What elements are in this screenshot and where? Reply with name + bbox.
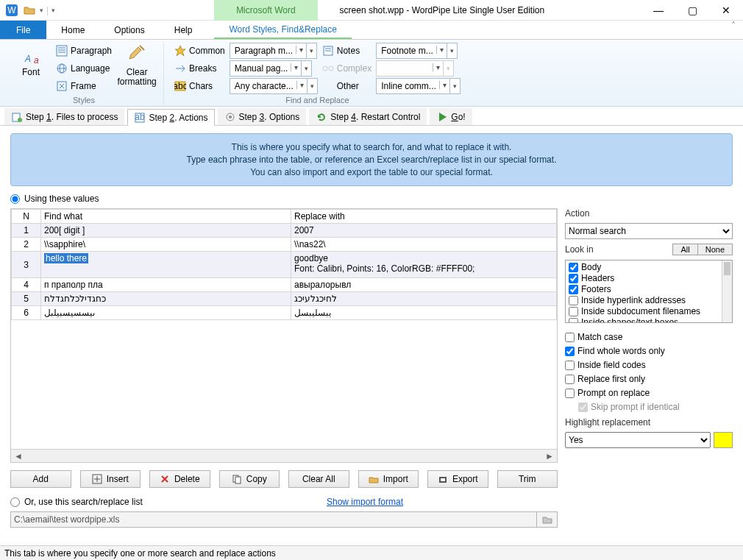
other-combo-drop[interactable]: ▾ (450, 78, 461, 94)
svg-point-20 (329, 66, 333, 71)
lookin-label: Look in (565, 244, 594, 255)
list-path-input[interactable] (10, 511, 537, 528)
complex-icon (322, 63, 334, 74)
app-icon: W (4, 3, 19, 18)
tab-help[interactable]: Help (160, 21, 207, 39)
qat-customize-icon[interactable]: ▾ (51, 7, 55, 14)
match-case-check[interactable]: Match case (565, 332, 733, 343)
insert-button[interactable]: Insert (80, 470, 141, 488)
trim-button[interactable]: Trim (497, 470, 558, 488)
lookin-scrollbar[interactable] (722, 260, 732, 322)
svg-text:ab: ab (135, 112, 146, 122)
prompt-replace-check[interactable]: Prompt on replace (565, 388, 733, 399)
maximize-button[interactable]: ▢ (675, 0, 709, 21)
field-codes-check[interactable]: Inside field codes (565, 360, 733, 371)
title-bar: W ▾ | ▾ Microsoft Word screen shot.wpp -… (0, 0, 743, 21)
chars-icon: abc (174, 80, 186, 92)
svg-rect-32 (235, 477, 241, 483)
lookin-none-button[interactable]: None (697, 244, 733, 255)
qat-dropdown-icon[interactable]: ▾ (40, 7, 43, 14)
clear-formatting-button[interactable]: Clearformatting (116, 43, 157, 88)
tab-options[interactable]: Options (99, 21, 159, 39)
chars-combo-drop[interactable]: ▾ (307, 78, 318, 94)
ribbon: Aa Font Paragraph Language Frame Clearfo… (0, 40, 743, 107)
clearall-button[interactable]: Clear All (288, 470, 349, 488)
import-button[interactable]: Import (358, 470, 419, 488)
close-button[interactable]: ✕ (709, 0, 743, 21)
step2-tab[interactable]: abStep 2. Actions (127, 109, 214, 126)
open-icon[interactable] (22, 3, 37, 18)
whole-words-check[interactable]: Find whole words only (565, 346, 733, 357)
notes-combo[interactable]: Footnote m... (376, 43, 447, 59)
language-button[interactable]: Language (56, 60, 112, 77)
svg-text:A: A (24, 54, 31, 64)
using-values-radio[interactable]: Using these values (10, 194, 733, 204)
svg-rect-4 (57, 46, 67, 56)
add-button[interactable]: Add (10, 470, 71, 488)
export-button[interactable]: Export (427, 470, 488, 488)
or-list-radio-input[interactable] (10, 497, 20, 507)
browse-button[interactable] (537, 511, 558, 528)
replace-first-check[interactable]: Replace first only (565, 374, 733, 385)
minimize-button[interactable]: — (641, 0, 675, 21)
step1-tab[interactable]: Step 1. Files to process (4, 108, 124, 125)
action-select[interactable]: Normal search (565, 223, 733, 239)
grid-hscroll[interactable]: ◄► (11, 449, 557, 462)
breaks-combo[interactable]: Manual pag... (230, 60, 302, 77)
content-area: This is where you specify what to search… (0, 126, 743, 532)
step4-tab[interactable]: Step 4. Restart Control (309, 108, 427, 125)
show-import-format-link[interactable]: Show import format (327, 497, 403, 507)
delete-button[interactable]: Delete (149, 470, 210, 488)
highlight-select[interactable]: Yes (565, 432, 711, 448)
svg-point-19 (323, 66, 327, 71)
options-icon (224, 111, 236, 123)
lookin-all-button[interactable]: All (672, 244, 697, 255)
svg-rect-34 (441, 478, 445, 481)
paragraph-button[interactable]: Paragraph (56, 43, 112, 59)
tab-word-styles[interactable]: Word Styles, Find&Replace (214, 21, 352, 39)
tab-home[interactable]: Home (46, 21, 99, 39)
common-combo-drop[interactable]: ▾ (307, 43, 317, 59)
other-label: Other (322, 81, 359, 91)
language-icon (56, 63, 68, 74)
files-icon (11, 111, 23, 123)
complex-label: Complex (337, 63, 372, 74)
group-styles: Aa Font Paragraph Language Frame Clearfo… (4, 43, 164, 104)
step-tabs: Step 1. Files to process abStep 2. Actio… (0, 107, 743, 126)
search-replace-grid[interactable]: NFind whatReplace with 1200[ digit ]2007… (10, 208, 558, 463)
grid-buttons: Add Insert Delete Copy Clear All Import … (10, 470, 558, 488)
notes-icon (322, 45, 334, 57)
common-combo[interactable]: Paragraph m... (230, 43, 307, 59)
restart-icon (316, 111, 327, 123)
import-icon (369, 474, 379, 484)
paragraph-icon (56, 45, 68, 57)
col-find: Find what (41, 210, 291, 224)
step3-tab[interactable]: Step 3. Options (218, 108, 307, 125)
group-find-replace: Common Breaks abcChars Paragraph m...▾ M… (168, 43, 466, 104)
svg-point-22 (18, 118, 22, 122)
other-combo[interactable]: Inline comm... (376, 78, 450, 94)
tab-file[interactable]: File (0, 21, 46, 39)
chars-combo[interactable]: Any characte... (230, 78, 307, 94)
lookin-list[interactable]: Body Headers Footers Inside hyperlink ad… (565, 260, 733, 323)
go-tab[interactable]: Go! (430, 108, 472, 125)
quick-access-toolbar: W ▾ | ▾ (0, 3, 60, 18)
selected-cell[interactable]: hello there (41, 252, 291, 278)
frame-button[interactable]: Frame (56, 78, 112, 94)
window-title: screen shot.wpp - WordPipe Lite Single U… (318, 5, 641, 15)
copy-icon (232, 474, 242, 484)
copy-button[interactable]: Copy (219, 470, 280, 488)
font-icon: Aa (19, 44, 43, 68)
skip-prompt-check: Skip prompt if identical (578, 402, 733, 413)
collapse-ribbon-icon[interactable]: ˄ (724, 21, 743, 39)
highlight-swatch[interactable] (714, 432, 733, 448)
breaks-combo-drop[interactable]: ▾ (302, 60, 312, 77)
action-label: Action (565, 208, 733, 219)
svg-marker-27 (439, 113, 447, 121)
font-button[interactable]: Aa Font (10, 43, 51, 79)
notes-label: Notes (337, 46, 360, 56)
or-list-radio[interactable]: Or, use this search/replace list (10, 497, 143, 507)
notes-combo-drop[interactable]: ▾ (447, 43, 458, 59)
using-values-radio-input[interactable] (10, 194, 20, 204)
svg-point-26 (229, 116, 232, 118)
